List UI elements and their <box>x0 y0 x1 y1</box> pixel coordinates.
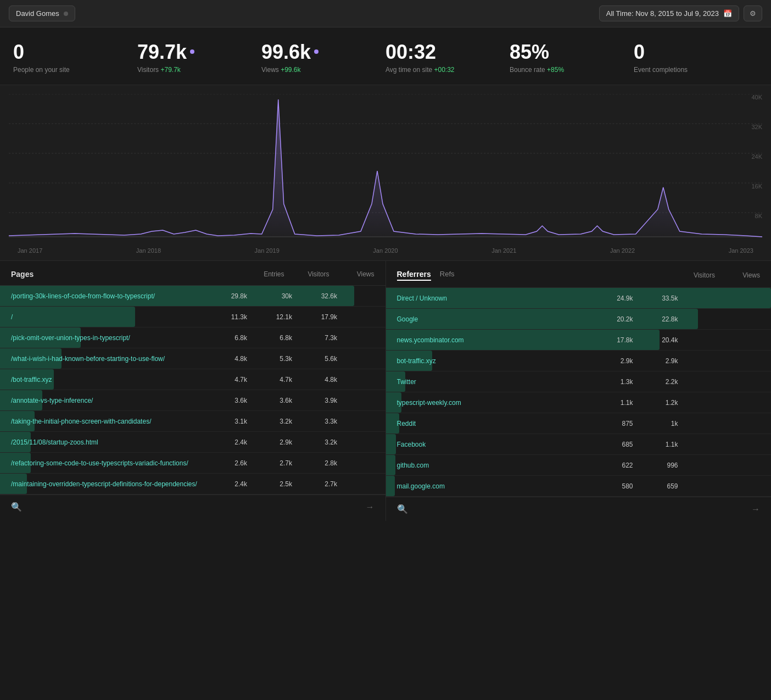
stat-delta: +00:32 <box>434 66 455 74</box>
settings-icon: ⚙ <box>750 9 756 18</box>
referrers-table: Direct / Unknown 24.9k 33.5k Google 20.2… <box>386 288 772 497</box>
entries-val: 4.8k <box>220 355 247 363</box>
visitors-val: 20.2k <box>606 315 633 323</box>
col-header: Entries <box>257 270 284 278</box>
visitors-val: 2.9k <box>265 438 292 446</box>
views-val: 33.5k <box>651 295 678 302</box>
table-row[interactable]: github.com 622 996 <box>386 455 772 476</box>
y-axis-labels: 40K32K24K16K8K <box>751 94 762 242</box>
visitors-val: 1.3k <box>606 378 633 386</box>
referrer-label: news.ycombinator.com <box>397 336 606 344</box>
page-label: /bot-traffic.xyz <box>11 376 220 384</box>
page-label: /refactoring-some-code-to-use-typescript… <box>11 459 220 467</box>
stat-dot-icon <box>190 49 194 54</box>
page-label: /what-i-wish-i-had-known-before-starting… <box>11 355 220 363</box>
x-label: Jan 2019 <box>255 247 280 254</box>
visitors-val: 17.8k <box>606 336 633 344</box>
refs-search-icon[interactable]: 🔍 <box>397 504 408 514</box>
site-selector[interactable]: David Gomes <box>9 5 75 21</box>
row-bar <box>386 455 396 475</box>
table-row[interactable]: Reddit 875 1k <box>386 413 772 434</box>
settings-button[interactable]: ⚙ <box>744 5 762 21</box>
pages-search-icon[interactable]: 🔍 <box>11 502 22 512</box>
table-row[interactable]: typescript-weekly.com 1.1k 1.2k <box>386 392 772 413</box>
referrer-label: typescript-weekly.com <box>397 399 606 407</box>
pages-footer: 🔍 → <box>0 495 386 519</box>
table-row[interactable]: /maintaining-overridden-typescript-defin… <box>0 474 386 495</box>
table-row[interactable]: Direct / Unknown 24.9k 33.5k <box>386 288 772 309</box>
entries-val: 3.1k <box>220 418 247 425</box>
views-val: 17.9k <box>310 313 337 321</box>
row-values: 2.4k 2.5k 2.7k <box>220 480 337 488</box>
site-name: David Gomes <box>16 9 59 18</box>
referrer-label: Google <box>397 315 606 323</box>
row-values: 1.3k 2.2k <box>606 378 678 386</box>
stat-value: 79.7k <box>137 41 250 64</box>
row-values: 580 659 <box>606 482 678 490</box>
col-header: Visitors <box>688 271 715 279</box>
stat-item: 79.7k Visitors +79.7k <box>137 41 261 74</box>
row-values: 29.8k 30k 32.6k <box>220 292 337 300</box>
row-values: 3.1k 3.2k 3.3k <box>220 418 337 425</box>
table-row[interactable]: Google 20.2k 22.8k <box>386 309 772 330</box>
y-label: 8K <box>755 213 762 219</box>
table-row[interactable]: mail.google.com 580 659 <box>386 476 772 497</box>
table-row[interactable]: Twitter 1.3k 2.2k <box>386 371 772 392</box>
pages-panel: Pages EntriesVisitorsViews /porting-30k-… <box>0 261 386 521</box>
pages-table: /porting-30k-lines-of-code-from-flow-to-… <box>0 286 386 495</box>
visitors-val: 4.7k <box>265 376 292 384</box>
x-label: Jan 2021 <box>491 247 516 254</box>
col-header: Views <box>347 270 375 278</box>
page-label: /porting-30k-lines-of-code-from-flow-to-… <box>11 292 220 300</box>
y-label: 32K <box>751 124 762 130</box>
tab-refs[interactable]: Refs <box>440 270 455 281</box>
stat-label: Event completions <box>634 66 747 74</box>
table-row[interactable]: /what-i-wish-i-had-known-before-starting… <box>0 348 386 369</box>
refs-next-arrow[interactable]: → <box>751 504 760 514</box>
stat-delta: +79.7k <box>160 66 180 74</box>
table-row[interactable]: /taking-the-initial-phone-screen-with-ca… <box>0 411 386 432</box>
views-val: 5.6k <box>310 355 337 363</box>
row-values: 6.8k 6.8k 7.3k <box>220 334 337 342</box>
stat-value: 85% <box>510 41 623 64</box>
date-range-picker[interactable]: All Time: Nov 8, 2015 to Jul 9, 2023 📅 <box>599 5 739 21</box>
pages-col-headers: EntriesVisitorsViews <box>257 270 375 278</box>
stat-label: Views +99.6k <box>261 66 375 74</box>
entries-val: 2.4k <box>220 438 247 446</box>
table-row[interactable]: /pick-omit-over-union-types-in-typescrip… <box>0 327 386 348</box>
table-row[interactable]: /annotate-vs-type-inference/ 3.6k 3.6k 3… <box>0 390 386 411</box>
referrers-footer: 🔍 → <box>386 497 772 521</box>
visitors-chart <box>9 94 762 242</box>
visitors-val: 3.6k <box>265 397 292 404</box>
tab-referrers[interactable]: Referrers <box>397 270 431 281</box>
entries-val: 6.8k <box>220 334 247 342</box>
table-row[interactable]: /refactoring-some-code-to-use-typescript… <box>0 453 386 474</box>
page-label: /taking-the-initial-phone-screen-with-ca… <box>11 418 220 425</box>
table-row[interactable]: / 11.3k 12.1k 17.9k <box>0 307 386 327</box>
pages-next-arrow[interactable]: → <box>366 502 375 512</box>
views-val: 3.9k <box>310 397 337 404</box>
table-row[interactable]: /porting-30k-lines-of-code-from-flow-to-… <box>0 286 386 307</box>
visitors-val: 3.2k <box>265 418 292 425</box>
table-row[interactable]: news.ycombinator.com 17.8k 20.4k <box>386 330 772 351</box>
table-row[interactable]: /bot-traffic.xyz 4.7k 4.7k 4.8k <box>0 369 386 390</box>
stat-item: 0 People on your site <box>13 41 137 74</box>
stat-dot-icon <box>314 49 319 54</box>
x-label: Jan 2023 <box>729 247 753 254</box>
bottom-panels: Pages EntriesVisitorsViews /porting-30k-… <box>0 261 771 521</box>
visitors-val: 622 <box>606 462 633 469</box>
row-values: 4.7k 4.7k 4.8k <box>220 376 337 384</box>
site-dot-icon <box>64 12 68 16</box>
table-row[interactable]: bot-traffic.xyz 2.9k 2.9k <box>386 351 772 371</box>
visitors-val: 6.8k <box>265 334 292 342</box>
views-val: 659 <box>651 482 678 490</box>
views-val: 996 <box>651 462 678 469</box>
views-val: 22.8k <box>651 315 678 323</box>
table-row[interactable]: /2015/11/08/startup-zoos.html 2.4k 2.9k … <box>0 432 386 453</box>
stat-value: 00:32 <box>386 41 499 64</box>
table-row[interactable]: Facebook 685 1.1k <box>386 434 772 455</box>
views-val: 2.8k <box>310 459 337 467</box>
referrer-label: Reddit <box>397 420 606 427</box>
stat-label: Bounce rate +85% <box>510 66 623 74</box>
views-val: 1.2k <box>651 399 678 407</box>
